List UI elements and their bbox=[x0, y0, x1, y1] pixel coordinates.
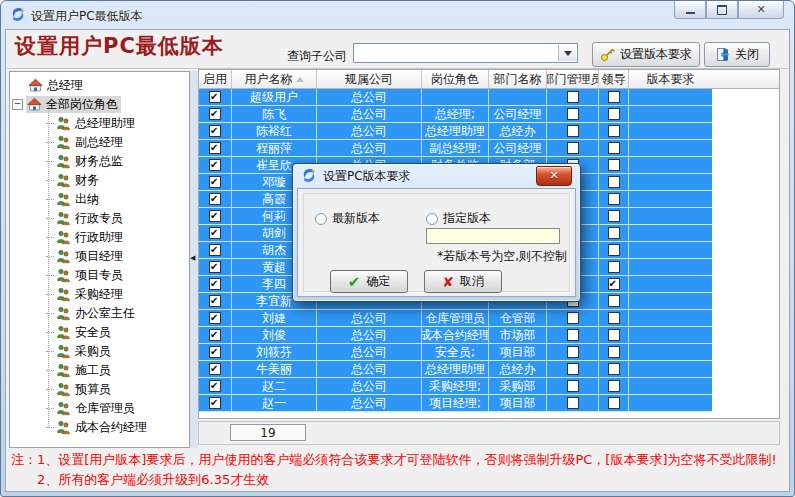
leader-checkbox[interactable] bbox=[608, 193, 620, 205]
table-row[interactable]: 牛美丽 总公司 总经理助理 总经办 bbox=[199, 361, 712, 378]
leader-checkbox[interactable] bbox=[608, 329, 620, 341]
tree-item-role[interactable]: 行政专员 bbox=[46, 209, 189, 228]
table-row[interactable]: 陈飞 总公司 总经理; 公司经理 bbox=[199, 106, 712, 123]
enabled-checkbox[interactable] bbox=[209, 363, 221, 375]
radio-specified-version[interactable]: 指定版本 bbox=[426, 210, 491, 227]
tree-item-general-manager[interactable]: 总经理 bbox=[27, 76, 189, 95]
dept-admin-checkbox[interactable] bbox=[567, 329, 579, 341]
dept-admin-checkbox[interactable] bbox=[567, 91, 579, 103]
enabled-checkbox[interactable] bbox=[209, 329, 221, 341]
panel-splitter[interactable]: ◀ bbox=[190, 71, 198, 448]
tree-item-role[interactable]: 总经理助理 bbox=[46, 114, 189, 133]
enabled-checkbox[interactable] bbox=[209, 91, 221, 103]
table-row[interactable]: 刘俊 总公司 成本合约经理 市场部 bbox=[199, 327, 712, 344]
table-row[interactable]: 程丽萍 总公司 副总经理; 公司经理 bbox=[199, 140, 712, 157]
leader-checkbox[interactable] bbox=[608, 346, 620, 358]
set-version-button[interactable]: 设置版本要求 bbox=[592, 42, 700, 67]
maximize-button[interactable] bbox=[706, 1, 738, 19]
tree-item-role[interactable]: 采购经理 bbox=[46, 285, 189, 304]
enabled-checkbox[interactable] bbox=[209, 210, 221, 222]
enabled-checkbox[interactable] bbox=[209, 312, 221, 324]
tree-item-role[interactable]: 行政助理 bbox=[46, 228, 189, 247]
leader-checkbox[interactable] bbox=[608, 312, 620, 324]
tree-item-role[interactable]: 仓库管理员 bbox=[46, 399, 189, 418]
enabled-checkbox[interactable] bbox=[209, 295, 221, 307]
dept-admin-checkbox[interactable] bbox=[567, 346, 579, 358]
enabled-checkbox[interactable] bbox=[209, 227, 221, 239]
column-header-enabled[interactable]: 启用 bbox=[199, 70, 232, 88]
ok-button[interactable]: ✔ 确定 bbox=[330, 270, 408, 293]
enabled-checkbox[interactable] bbox=[209, 397, 221, 409]
leader-checkbox[interactable] bbox=[608, 159, 620, 171]
dept-admin-checkbox[interactable] bbox=[567, 363, 579, 375]
tree-item-role[interactable]: 安全员 bbox=[46, 323, 189, 342]
leader-checkbox[interactable] bbox=[608, 397, 620, 409]
collapse-arrow-icon[interactable]: ◀ bbox=[190, 254, 195, 262]
close-button[interactable]: 关闭 bbox=[704, 42, 770, 67]
tree-item-role[interactable]: 财务总监 bbox=[46, 152, 189, 171]
leader-checkbox[interactable] bbox=[608, 125, 620, 137]
close-window-button[interactable]: ✕ bbox=[738, 1, 784, 19]
enabled-checkbox[interactable] bbox=[209, 261, 221, 273]
column-header-user-name[interactable]: 用户名称 bbox=[232, 70, 317, 88]
leader-checkbox[interactable] bbox=[608, 261, 620, 273]
dept-admin-checkbox[interactable] bbox=[567, 108, 579, 120]
leader-checkbox[interactable] bbox=[608, 227, 620, 239]
tree-item-role[interactable]: 办公室主任 bbox=[46, 304, 189, 323]
leader-checkbox[interactable] bbox=[608, 176, 620, 188]
tree-item-role[interactable]: 项目经理 bbox=[46, 247, 189, 266]
tree-item-role[interactable]: 项目专员 bbox=[46, 266, 189, 285]
leader-checkbox[interactable] bbox=[608, 380, 620, 392]
enabled-checkbox[interactable] bbox=[209, 142, 221, 154]
leader-checkbox[interactable] bbox=[608, 244, 620, 256]
combobox-dropdown-button[interactable] bbox=[558, 45, 576, 61]
leader-checkbox[interactable] bbox=[608, 295, 620, 307]
dept-admin-checkbox[interactable] bbox=[567, 125, 579, 137]
dialog-close-button[interactable]: ✕ bbox=[536, 166, 572, 186]
enabled-checkbox[interactable] bbox=[209, 244, 221, 256]
leader-checkbox[interactable] bbox=[608, 142, 620, 154]
column-header-dept-admin[interactable]: 部门管理员 bbox=[547, 70, 599, 88]
table-row[interactable]: 超级用户 总公司 bbox=[199, 89, 712, 106]
enabled-checkbox[interactable] bbox=[209, 108, 221, 120]
version-input[interactable] bbox=[426, 228, 560, 244]
column-header-department[interactable]: 部门名称 bbox=[489, 70, 547, 88]
tree-item-role[interactable]: 副总经理 bbox=[46, 133, 189, 152]
leader-checkbox[interactable] bbox=[608, 363, 620, 375]
cancel-button[interactable]: ✘ 取消 bbox=[424, 270, 502, 293]
tree-item-role[interactable]: 成本合约经理 bbox=[46, 418, 189, 437]
table-row[interactable]: 刘筱芬 总公司 安全员; 项目部 bbox=[199, 344, 712, 361]
leader-checkbox[interactable] bbox=[608, 210, 620, 222]
leader-checkbox[interactable] bbox=[608, 91, 620, 103]
enabled-checkbox[interactable] bbox=[209, 346, 221, 358]
tree-item-all-roles[interactable]: − 全部岗位角色 bbox=[12, 95, 189, 114]
table-row[interactable]: 刘婕 总公司 仓库管理员 仓管部 bbox=[199, 310, 712, 327]
enabled-checkbox[interactable] bbox=[209, 278, 221, 290]
dept-admin-checkbox[interactable] bbox=[567, 380, 579, 392]
column-header-role[interactable]: 岗位角色 bbox=[422, 70, 489, 88]
column-header-version[interactable]: 版本要求 bbox=[629, 70, 712, 88]
dept-admin-checkbox[interactable] bbox=[567, 142, 579, 154]
radio-latest-version[interactable]: 最新版本 bbox=[315, 210, 380, 227]
subsidiary-combobox[interactable] bbox=[353, 43, 578, 63]
tree-item-role[interactable]: 采购员 bbox=[46, 342, 189, 361]
tree-item-role[interactable]: 出纳 bbox=[46, 190, 189, 209]
dept-admin-checkbox[interactable] bbox=[567, 312, 579, 324]
enabled-checkbox[interactable] bbox=[209, 159, 221, 171]
tree-item-role[interactable]: 财务 bbox=[46, 171, 189, 190]
window-titlebar[interactable]: 设置用户PC最低版本 ✕ bbox=[1, 1, 794, 29]
leader-checkbox[interactable] bbox=[608, 278, 620, 290]
table-row[interactable]: 赵一 总公司 项目经理; 项目部 bbox=[199, 395, 712, 412]
table-row[interactable]: 赵二 总公司 采购经理; 采购部 bbox=[199, 378, 712, 395]
minimize-button[interactable] bbox=[674, 1, 706, 19]
column-header-company[interactable]: 规属公司 bbox=[317, 70, 422, 88]
leader-checkbox[interactable] bbox=[608, 108, 620, 120]
tree-item-role[interactable]: 预算员 bbox=[46, 380, 189, 399]
column-header-leader[interactable]: 领导 bbox=[599, 70, 629, 88]
enabled-checkbox[interactable] bbox=[209, 380, 221, 392]
tree-expander[interactable]: − bbox=[12, 99, 23, 110]
enabled-checkbox[interactable] bbox=[209, 125, 221, 137]
tree-item-role[interactable]: 施工员 bbox=[46, 361, 189, 380]
enabled-checkbox[interactable] bbox=[209, 176, 221, 188]
table-row[interactable]: 陈裕红 总公司 总经理助理 总经办 bbox=[199, 123, 712, 140]
